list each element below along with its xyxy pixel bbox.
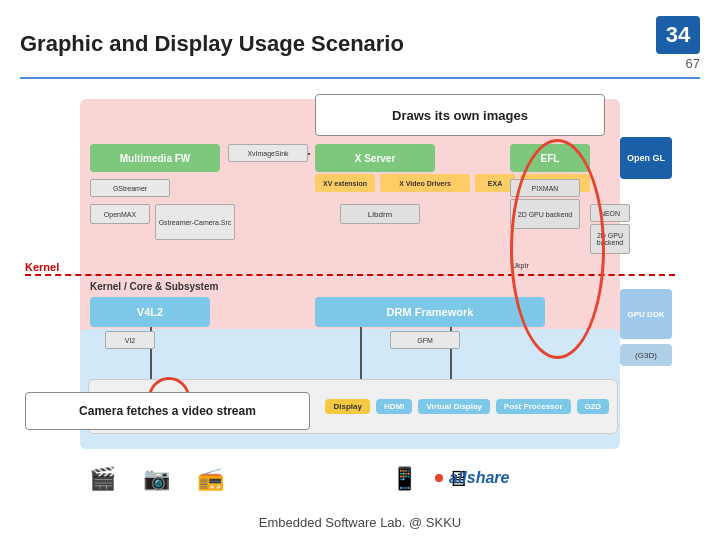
g2d-box: G2D (577, 399, 609, 414)
uptr-label: Ukptr (512, 262, 529, 269)
virtual-display-box: Virtual Display (418, 399, 489, 414)
slide: Graphic and Display Usage Scenario 34 67… (0, 0, 720, 540)
g3d-box: (G3D) (620, 344, 672, 366)
camera-fetches-callout: Camera fetches a video stream (25, 392, 310, 430)
opengl-box: Open GL (620, 137, 672, 179)
xv-ext-box: XV extension (315, 174, 375, 192)
exa-box: EXA (475, 174, 515, 192)
film-icon: 🎬 (89, 466, 116, 492)
vi2-box: VI2 (105, 331, 155, 349)
bottom-icons-row: 🎬 📷 📻 📱 🖥 (80, 454, 480, 504)
efl-box: EFL (510, 144, 590, 172)
v4l2-box: V4L2 (90, 297, 210, 327)
diagram-area: Draws its own images Camera fetches a vi… (20, 89, 700, 509)
2d-gpu-box: 2D GPU backend (510, 199, 580, 229)
gstreamer-box: GStreamer (90, 179, 170, 197)
badge-34: 34 (656, 16, 700, 54)
display-box: Display (325, 399, 369, 414)
allshare-logo: allshare (435, 469, 509, 487)
camera-photo-icon-box: 📷 (134, 457, 178, 501)
allshare-text: allshare (449, 469, 509, 487)
gst-cam-box: Gstreamer-Camera.Src (155, 204, 235, 240)
ximagesink-box: XvImageSink (228, 144, 308, 162)
2d-gpu-right-box: 2D GPU backend (590, 224, 630, 254)
allshare-dot (435, 474, 443, 482)
phone-icon-box: 📱 (382, 457, 426, 501)
multimedia-fw-box: Multimedia FW (90, 144, 220, 172)
header: Graphic and Display Usage Scenario 34 67 (20, 16, 700, 79)
neon-box: NEON (590, 204, 630, 222)
gpu-ddk-box: GPU DDK (620, 289, 672, 339)
page-title: Graphic and Display Usage Scenario (20, 31, 404, 57)
footer-text: Embedded Software Lab. @ SKKU (259, 515, 462, 530)
libdrm-box: Libdrm (340, 204, 420, 224)
drm-framework-box: DRM Framework (315, 297, 545, 327)
hdmi-box: HDMI (376, 399, 412, 414)
badge-67: 67 (686, 56, 700, 71)
film-icon-box: 🎬 (80, 457, 124, 501)
post-processor-box: Post Processor (496, 399, 571, 414)
pixman-box: PIXMAN (510, 179, 580, 197)
draws-own-images-callout: Draws its own images (315, 94, 605, 136)
kernel-label: Kernel (25, 261, 59, 273)
x-video-drivers-box: X Video Drivers (380, 174, 470, 192)
openmax-box: OpenMAX (90, 204, 150, 224)
kernel-divider-line (25, 274, 675, 276)
x-server-box: X Server (315, 144, 435, 172)
gem-box: GFM (390, 331, 460, 349)
radio-icon-box: 📻 (188, 457, 232, 501)
camera-photo-icon: 📷 (143, 466, 170, 492)
arrow-v2 (360, 327, 362, 379)
footer: Embedded Software Lab. @ SKKU (0, 515, 720, 530)
radio-icon: 📻 (197, 466, 224, 492)
badge-container: 34 67 (656, 16, 700, 71)
kernel-core-label: Kernel / Core & Subsystem (90, 281, 218, 292)
phone-icon: 📱 (391, 466, 418, 492)
